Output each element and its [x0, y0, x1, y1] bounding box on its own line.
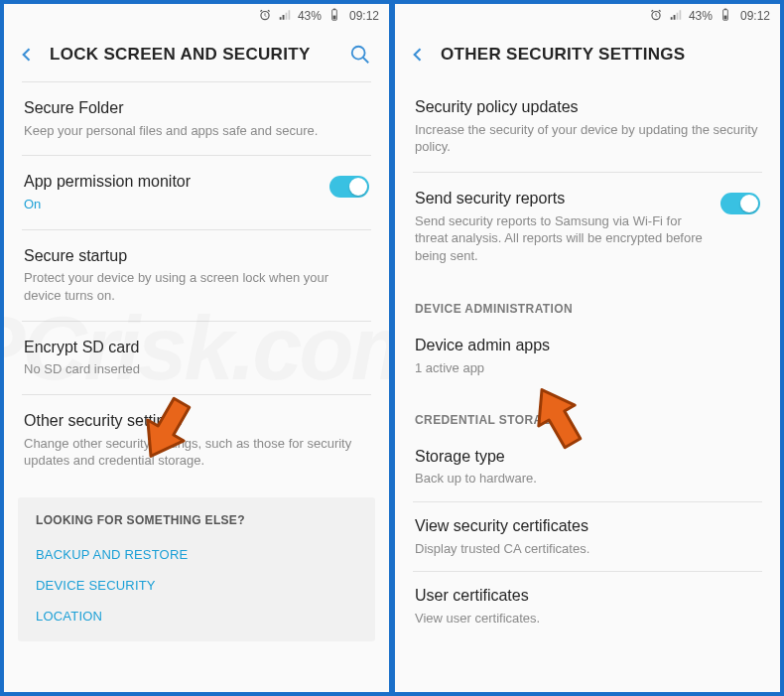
svg-rect-7 — [724, 8, 726, 9]
item-storage-type[interactable]: Storage type Back up to hardware. — [395, 433, 780, 501]
link-backup-restore[interactable]: BACKUP AND RESTORE — [36, 539, 357, 570]
item-device-admin-apps[interactable]: Device admin apps 1 active app — [395, 322, 780, 390]
item-title: Security policy updates — [415, 97, 760, 118]
svg-point-4 — [352, 47, 365, 60]
battery-percent: 43% — [298, 9, 322, 23]
item-subtitle: Display trusted CA certificates. — [415, 540, 760, 558]
item-encrypt-sd[interactable]: Encrypt SD card No SD card inserted — [4, 322, 389, 394]
item-subtitle: Protect your device by using a screen lo… — [24, 269, 369, 304]
battery-icon — [719, 8, 732, 25]
page-title: LOCK SCREEN AND SECURITY — [50, 45, 347, 65]
item-title: Secure Folder — [24, 98, 369, 119]
svg-rect-8 — [724, 15, 727, 19]
signal-icon — [278, 8, 292, 25]
toggle-switch[interactable] — [720, 193, 760, 214]
alarm-icon — [649, 8, 663, 25]
item-subtitle: Keep your personal files and apps safe a… — [24, 122, 369, 140]
item-app-permission-monitor[interactable]: App permission monitor On — [4, 156, 389, 228]
item-secure-startup[interactable]: Secure startup Protect your device by us… — [4, 230, 389, 321]
item-subtitle: Increase the security of your device by … — [415, 121, 760, 156]
content: Security policy updates Increase the sec… — [395, 81, 780, 692]
item-subtitle: Change other security settings, such as … — [24, 435, 369, 470]
screen-lock-security: PCrisk.com 43% 09:12 LOCK SCREEN AND SEC… — [4, 4, 389, 692]
search-button[interactable] — [347, 42, 373, 68]
svg-rect-2 — [333, 8, 335, 9]
svg-rect-3 — [333, 15, 336, 19]
item-title: App permission monitor — [24, 172, 318, 193]
item-user-certificates[interactable]: User certificates View user certificates… — [395, 572, 780, 640]
item-title: View security certificates — [415, 516, 760, 537]
clock-time: 09:12 — [349, 9, 379, 23]
header: OTHER SECURITY SETTINGS — [395, 28, 780, 81]
screen-other-security: 43% 09:12 OTHER SECURITY SETTINGS Securi… — [395, 4, 780, 692]
item-subtitle: Back up to hardware. — [415, 470, 760, 487]
item-security-policy-updates[interactable]: Security policy updates Increase the sec… — [395, 81, 780, 172]
link-device-security[interactable]: DEVICE SECURITY — [36, 570, 357, 601]
item-view-security-certificates[interactable]: View security certificates Display trust… — [395, 502, 780, 571]
signal-icon — [669, 8, 683, 25]
footer-card: LOOKING FOR SOMETHING ELSE? BACKUP AND R… — [18, 497, 375, 641]
header: LOCK SCREEN AND SECURITY — [4, 28, 389, 81]
item-subtitle: No SD card inserted — [24, 360, 369, 378]
page-title: OTHER SECURITY SETTINGS — [441, 45, 764, 65]
toggle-switch[interactable] — [329, 176, 369, 198]
status-bar: 43% 09:12 — [4, 4, 389, 28]
status-bar: 43% 09:12 — [395, 4, 780, 28]
section-device-administration: DEVICE ADMINISTRATION — [395, 280, 780, 322]
item-title: Send security reports — [415, 189, 709, 209]
item-secure-folder[interactable]: Secure Folder Keep your personal files a… — [4, 82, 389, 155]
item-subtitle: On — [24, 196, 318, 213]
item-title: Secure startup — [24, 246, 369, 267]
item-other-security-settings[interactable]: Other security settings Change other sec… — [4, 395, 389, 486]
item-title: Device admin apps — [415, 336, 760, 356]
back-button[interactable] — [14, 42, 40, 68]
back-button[interactable] — [405, 42, 431, 68]
clock-time: 09:12 — [740, 9, 770, 23]
item-title: User certificates — [415, 586, 760, 607]
item-send-security-reports[interactable]: Send security reports Send security repo… — [395, 173, 780, 280]
section-credential-storage: CREDENTIAL STORAGE — [395, 391, 780, 433]
item-title: Storage type — [415, 447, 760, 468]
battery-icon — [327, 8, 341, 25]
item-subtitle: View user certificates. — [415, 610, 760, 627]
alarm-icon — [258, 8, 272, 25]
link-location[interactable]: LOCATION — [36, 601, 357, 631]
footer-heading: LOOKING FOR SOMETHING ELSE? — [36, 513, 357, 527]
content: Secure Folder Keep your personal files a… — [4, 81, 389, 692]
item-title: Other security settings — [24, 411, 369, 432]
item-subtitle: Send security reports to Samsung via Wi-… — [415, 212, 709, 265]
battery-percent: 43% — [689, 9, 713, 23]
item-title: Encrypt SD card — [24, 338, 369, 358]
item-subtitle: 1 active app — [415, 359, 760, 377]
